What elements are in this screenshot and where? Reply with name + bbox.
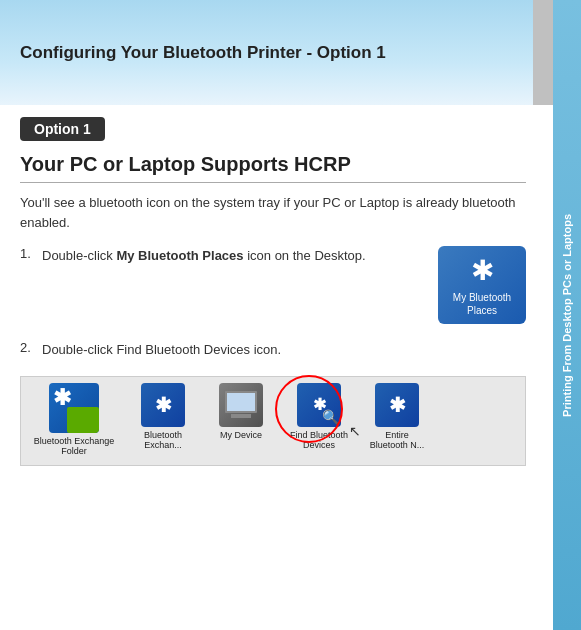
cursor-icon: ↖ <box>349 423 361 439</box>
find-bt-label: Find BluetoothDevices <box>290 430 348 452</box>
taskbar-item-entire-bt: ✱ EntireBluetooth N... <box>363 383 431 452</box>
find-bt-icon: ✱ 🔍 <box>297 383 341 427</box>
my-device-label: My Device <box>220 430 262 441</box>
option-badge: Option 1 <box>20 117 105 141</box>
taskbar-item-bt-exchan: ✱ BluetoothExchan... <box>129 383 197 452</box>
entire-bt-label: EntireBluetooth N... <box>370 430 425 452</box>
taskbar-item-find-bt: ✱ 🔍 Find BluetoothDevices ↖ <box>285 383 353 452</box>
step-2: 2. Double-click Find Bluetooth Devices i… <box>20 340 526 360</box>
steps-list: 1. Double-click My Bluetooth Places icon… <box>20 246 526 360</box>
bt-symbol-icon: ✱ <box>53 385 71 411</box>
step-1-content: Double-click My Bluetooth Places icon on… <box>42 246 422 266</box>
header-decoration <box>533 0 553 105</box>
bt-symbol-2-icon: ✱ <box>155 393 172 417</box>
folder-bg <box>67 407 99 433</box>
bt-exchan-label: BluetoothExchan... <box>144 430 182 452</box>
taskbar-screenshot: ✱ Bluetooth ExchangeFolder ✱ BluetoothEx… <box>20 376 526 467</box>
monitor-stand-icon <box>231 414 251 418</box>
step-1-number: 1. <box>20 246 42 261</box>
taskbar-icons-row: ✱ Bluetooth ExchangeFolder ✱ BluetoothEx… <box>29 383 517 458</box>
section-body: You'll see a bluetooth icon on the syste… <box>20 193 526 232</box>
step-1: 1. Double-click My Bluetooth Places icon… <box>20 246 526 324</box>
bluetooth-places-label: My BluetoothPlaces <box>453 291 511 317</box>
search-overlay-icon: 🔍 <box>322 409 339 425</box>
section-heading: Your PC or Laptop Supports HCRP <box>20 153 526 176</box>
bt-exchange-folder-icon: ✱ <box>49 383 99 433</box>
taskbar-item-bt-exchange-folder: ✱ Bluetooth ExchangeFolder <box>29 383 119 458</box>
step-1-bold: My Bluetooth Places <box>116 248 243 263</box>
step-2-content: Double-click Find Bluetooth Devices icon… <box>42 340 526 360</box>
main-content: Option 1 Your PC or Laptop Supports HCRP… <box>0 105 581 478</box>
right-sidebar-tab: Printing From Desktop PCs or Laptops <box>553 0 581 630</box>
my-device-icon <box>219 383 263 427</box>
taskbar-item-my-device: My Device <box>207 383 275 441</box>
section-divider <box>20 182 526 183</box>
right-tab-label: Printing From Desktop PCs or Laptops <box>560 214 574 417</box>
step-2-number: 2. <box>20 340 42 355</box>
bt-exchan-icon: ✱ <box>141 383 185 427</box>
page-header: Configuring Your Bluetooth Printer - Opt… <box>0 0 581 105</box>
entire-bt-icon: ✱ <box>375 383 419 427</box>
bt-exchange-folder-label: Bluetooth ExchangeFolder <box>34 436 115 458</box>
page-title: Configuring Your Bluetooth Printer - Opt… <box>20 43 386 63</box>
monitor-screen-icon <box>225 391 257 413</box>
entire-bt-symbol-icon: ✱ <box>389 393 406 417</box>
my-bluetooth-places-icon: ✱ My BluetoothPlaces <box>438 246 526 324</box>
option-badge-label: Option 1 <box>34 121 91 137</box>
bluetooth-symbol-icon: ✱ <box>471 254 494 287</box>
